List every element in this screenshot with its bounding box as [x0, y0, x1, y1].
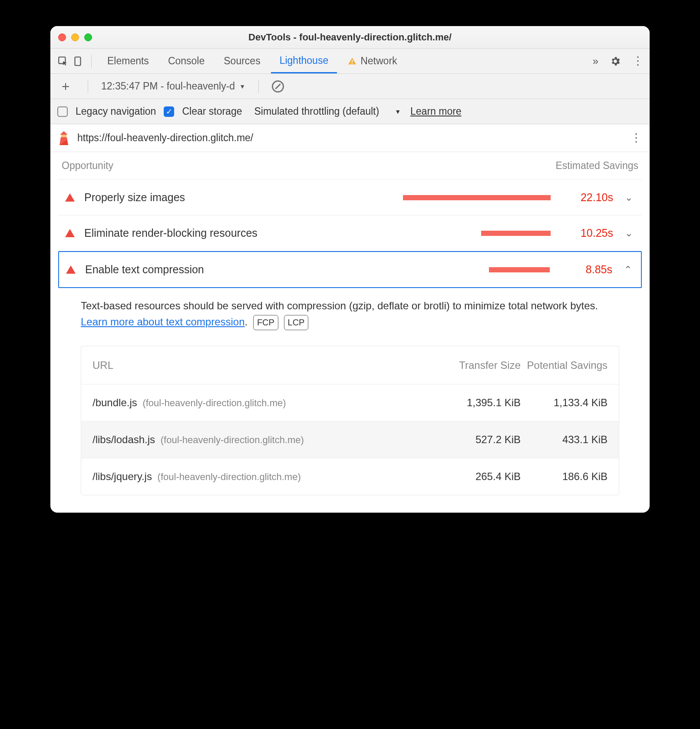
separator [91, 55, 92, 68]
chevron-down-icon: ⌄ [623, 228, 635, 239]
resource-url: /libs/jquery.js (foul-heavenly-direction… [92, 471, 434, 483]
savings-bar-wrap [214, 267, 555, 272]
transfer-size: 1,395.1 KiB [434, 397, 521, 409]
tab-label: Network [360, 55, 397, 67]
report-label: 12:35:47 PM - foul-heavenly-d [101, 80, 235, 92]
transfer-size: 265.4 KiB [434, 471, 521, 483]
col-size: Transfer Size [434, 358, 521, 372]
settings-icon[interactable] [610, 56, 621, 67]
tab-lighthouse[interactable]: Lighthouse [271, 49, 337, 73]
resource-url: /bundle.js (foul-heavenly-direction.glit… [92, 397, 434, 409]
table-row: /libs/jquery.js (foul-heavenly-direction… [81, 458, 619, 495]
chevron-down-icon: ⌄ [623, 192, 635, 203]
fail-triangle-icon [66, 265, 76, 274]
svg-rect-4 [61, 135, 66, 137]
opportunity-description: Text-based resources should be served wi… [58, 288, 642, 335]
lighthouse-icon [58, 131, 69, 145]
devtools-window: DevTools - foul-heavenly-direction.glitc… [50, 26, 650, 513]
tab-network[interactable]: Network [339, 49, 406, 73]
warning-icon [347, 56, 357, 66]
col-opportunity: Opportunity [62, 160, 113, 172]
legacy-label: Legacy navigation [76, 106, 156, 117]
opportunity-header: Opportunity Estimated Savings [58, 152, 642, 180]
potential-savings: 186.6 KiB [521, 471, 608, 483]
dropdown-icon[interactable]: ▼ [395, 108, 401, 115]
potential-savings: 433.1 KiB [521, 434, 608, 446]
col-potential-savings: Potential Savings [521, 358, 608, 372]
tab-sources[interactable]: Sources [215, 49, 269, 73]
lighthouse-toolbar: ＋ 12:35:47 PM - foul-heavenly-d ▼ [50, 74, 650, 99]
metric-pill-lcp: LCP [284, 315, 309, 330]
resource-host: (foul-heavenly-direction.glitch.me) [161, 434, 304, 445]
report-select[interactable]: 12:35:47 PM - foul-heavenly-d ▼ [101, 80, 245, 92]
savings-value: 8.85s [565, 263, 612, 276]
tab-elements[interactable]: Elements [99, 49, 158, 73]
learn-more-link[interactable]: Learn more about text compression [81, 316, 245, 328]
table-row: /bundle.js (foul-heavenly-direction.glit… [81, 384, 619, 421]
report-menu-icon[interactable]: ⋮ [631, 131, 642, 145]
page-url: https://foul-heavenly-direction.glitch.m… [77, 132, 253, 144]
potential-savings: 1,133.4 KiB [521, 397, 608, 409]
opportunity-name: Enable text compression [85, 263, 204, 276]
savings-value: 22.10s [565, 191, 613, 204]
tab-label: Sources [224, 55, 260, 67]
clear-storage-checkbox[interactable]: ✓ [164, 106, 174, 117]
url-bar: https://foul-heavenly-direction.glitch.m… [50, 124, 650, 152]
tab-label: Console [168, 55, 205, 67]
transfer-size: 527.2 KiB [434, 434, 521, 446]
resources-table: URL Transfer Size Potential Savings /bun… [81, 346, 619, 495]
col-savings: Estimated Savings [556, 160, 638, 172]
opportunity-row[interactable]: Enable text compression8.85s⌃ [58, 251, 642, 288]
resource-host: (foul-heavenly-direction.glitch.me) [158, 471, 301, 482]
tab-label: Lighthouse [280, 55, 329, 66]
svg-rect-2 [352, 60, 353, 62]
fail-triangle-icon [65, 193, 75, 202]
dropdown-icon: ▼ [239, 83, 245, 90]
learn-more-link[interactable]: Learn more [410, 106, 462, 117]
window-title: DevTools - foul-heavenly-direction.glitc… [50, 32, 650, 43]
svg-rect-3 [352, 63, 353, 63]
savings-bar [489, 267, 550, 272]
resource-host: (foul-heavenly-direction.glitch.me) [142, 398, 286, 408]
kebab-icon[interactable]: ⋮ [632, 59, 644, 63]
chevron-up-icon: ⌃ [622, 264, 634, 275]
tab-label: Elements [107, 55, 149, 67]
desc-text: Text-based resources should be served wi… [81, 300, 598, 311]
desc-period: . [245, 316, 248, 328]
legacy-checkbox[interactable] [57, 106, 68, 117]
savings-value: 10.25s [565, 227, 613, 239]
device-icon[interactable] [71, 55, 84, 68]
new-report-button[interactable]: ＋ [56, 77, 75, 95]
clear-icon[interactable] [272, 80, 284, 93]
resource-url: /libs/lodash.js (foul-heavenly-direction… [92, 434, 434, 446]
savings-bar-wrap [195, 195, 556, 200]
opportunity-name: Properly size images [84, 191, 185, 204]
clear-storage-label: Clear storage [182, 106, 242, 117]
separator [258, 80, 259, 93]
opportunity-name: Eliminate render-blocking resources [84, 227, 258, 239]
more-tabs-icon[interactable]: » [593, 55, 598, 67]
metric-pill-fcp: FCP [253, 315, 278, 330]
col-url: URL [92, 358, 434, 372]
fail-triangle-icon [65, 229, 75, 237]
table-row: /libs/lodash.js (foul-heavenly-direction… [81, 421, 619, 458]
table-header: URL Transfer Size Potential Savings [81, 346, 619, 384]
opportunity-row[interactable]: Eliminate render-blocking resources10.25… [58, 215, 642, 251]
titlebar: DevTools - foul-heavenly-direction.glitc… [50, 26, 650, 49]
separator [88, 80, 88, 93]
savings-bar [481, 231, 551, 236]
svg-rect-1 [75, 57, 81, 66]
throttle-label: Simulated throttling (default) [254, 106, 380, 117]
tabs-bar: Elements Console Sources Lighthouse Netw… [50, 49, 650, 74]
savings-bar-wrap [267, 231, 556, 236]
tab-console[interactable]: Console [159, 49, 213, 73]
inspect-icon[interactable] [56, 55, 69, 68]
savings-bar [403, 195, 551, 200]
options-bar: Legacy navigation ✓ Clear storage Simula… [50, 99, 650, 124]
report-content: Opportunity Estimated Savings Properly s… [50, 152, 650, 513]
opportunity-row[interactable]: Properly size images22.10s⌄ [58, 180, 642, 215]
